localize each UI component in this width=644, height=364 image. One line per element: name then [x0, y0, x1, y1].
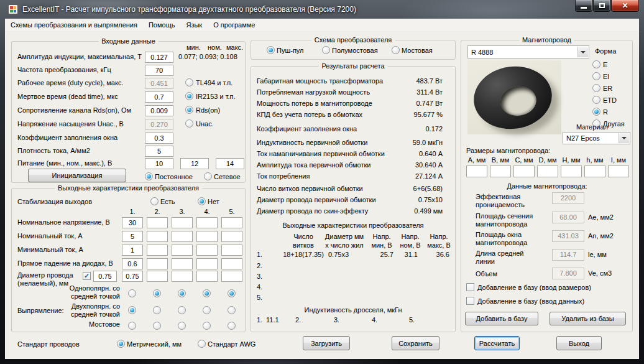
material-select[interactable]: N27 Epcos: [563, 132, 630, 144]
half-bridge-radio[interactable]: [322, 46, 330, 54]
diode-drop-1[interactable]: 0.6: [122, 258, 143, 269]
frequency-field[interactable]: 70: [145, 65, 173, 76]
current-density-field[interactable]: 5: [145, 146, 173, 157]
diode-drop-2[interactable]: [147, 258, 168, 269]
nominal-current-1[interactable]: 5: [122, 231, 143, 242]
nominal-voltage-2[interactable]: [147, 217, 168, 228]
minimize-button[interactable]: [575, 0, 592, 12]
dim-field-b[interactable]: [490, 166, 511, 177]
minimal-current-4[interactable]: [196, 245, 218, 256]
ir2153-radio[interactable]: [185, 92, 193, 100]
nominal-current-3[interactable]: [172, 231, 193, 242]
minimal-current-5[interactable]: [221, 245, 242, 256]
minimal-current-1[interactable]: 1: [122, 245, 143, 256]
result-value-9: 6+6(5.68): [348, 185, 443, 193]
rectifier-radio-r2c4[interactable]: [203, 306, 211, 314]
core-select[interactable]: R 4888: [467, 45, 589, 58]
dim-field-i[interactable]: [608, 166, 629, 177]
nominal-current-2[interactable]: [147, 231, 168, 242]
exit-button[interactable]: Выход: [556, 336, 602, 350]
nominal-current-4[interactable]: [196, 231, 218, 242]
rectifier-radio-r3c3[interactable]: [178, 322, 186, 330]
dead-time-field[interactable]: 0.7: [145, 91, 173, 103]
rect-row1-label-2: средней точкой: [62, 292, 120, 301]
wire-diameter-checkbox[interactable]: [83, 272, 91, 280]
db-add-sizes-checkbox[interactable]: [466, 283, 474, 291]
calculate-button[interactable]: Рассчитать: [474, 336, 520, 350]
nominal-voltage-4[interactable]: [196, 217, 218, 228]
rectifier-radio-r2c1[interactable]: [128, 306, 136, 314]
rds-on-field[interactable]: 0.009: [145, 105, 173, 116]
remove-from-db-button[interactable]: Удалить из базы: [550, 312, 626, 325]
wire-diameter-4[interactable]: [196, 271, 218, 282]
bridge-radio[interactable]: [392, 46, 400, 54]
rectifier-radio-r2c3[interactable]: [178, 306, 186, 314]
stab-no-radio[interactable]: [198, 197, 206, 205]
save-button[interactable]: Сохранить: [392, 336, 439, 350]
supply-max-field[interactable]: 14: [216, 158, 244, 169]
rectifier-radio-r1c5[interactable]: [228, 289, 236, 297]
diode-drop-4[interactable]: [196, 258, 218, 269]
shape-ei-radio[interactable]: [592, 72, 600, 80]
wire-diameter-3[interactable]: [172, 271, 193, 282]
wire-diameter-2[interactable]: [147, 271, 168, 282]
init-button[interactable]: Инициализация: [28, 169, 126, 182]
rectifier-radio-r3c2[interactable]: [153, 322, 161, 330]
amplitude-field[interactable]: 0.127: [145, 52, 173, 63]
menu-about[interactable]: О программе: [208, 19, 260, 32]
stab-yes-radio[interactable]: [150, 197, 159, 205]
shape-er-radio[interactable]: [592, 84, 600, 92]
core-data-label: Данные магнитопровода:: [472, 182, 622, 190]
supply-nom-field[interactable]: 12: [180, 158, 209, 169]
nominal-voltage-3[interactable]: [172, 217, 193, 228]
nominal-current-5[interactable]: [221, 231, 242, 242]
power-dc-radio[interactable]: [145, 172, 153, 180]
nominal-voltage-1[interactable]: 30: [122, 217, 143, 228]
add-to-db-button[interactable]: Добавить в базу: [465, 312, 538, 325]
tl494-radio[interactable]: [185, 78, 193, 86]
shape-e-radio[interactable]: [592, 60, 600, 68]
rds-on-radio[interactable]: [185, 106, 193, 114]
menu-schemes[interactable]: Схемы преобразования и выпрямления: [5, 19, 143, 32]
supply-min-field[interactable]: 10: [145, 158, 173, 169]
rectifier-radio-r1c1[interactable]: [128, 289, 136, 297]
menu-help[interactable]: Помощь: [143, 19, 181, 32]
rectifier-radio-r3c4[interactable]: [203, 322, 211, 330]
dim-field-d[interactable]: [537, 166, 558, 177]
dim-field-c[interactable]: [513, 166, 535, 177]
wire-desired-field[interactable]: 0.75: [93, 271, 117, 282]
dim-field-a[interactable]: [466, 166, 487, 177]
rectifier-radio-r3c1[interactable]: [128, 322, 136, 330]
fill-factor-field[interactable]: 0.3: [145, 133, 173, 144]
close-button[interactable]: ✕: [611, 0, 639, 12]
minimal-current-2[interactable]: [147, 245, 168, 256]
diode-drop-5[interactable]: [221, 258, 242, 269]
dim-header-b: В, мм: [489, 156, 512, 164]
rectifier-radio-r1c4[interactable]: [203, 289, 211, 297]
diode-drop-3[interactable]: [172, 258, 193, 269]
wire-diameter-1[interactable]: 0.75: [122, 271, 143, 282]
rectifier-radio-r2c5[interactable]: [228, 306, 236, 314]
minimal-current-3[interactable]: [172, 245, 193, 256]
push-pull-radio[interactable]: [267, 46, 275, 54]
nominal-voltage-5[interactable]: [221, 217, 242, 228]
shape-r-radio[interactable]: [592, 108, 600, 116]
rectifier-radio-r1c3[interactable]: [178, 289, 186, 297]
rectifier-radio-r2c2[interactable]: [153, 306, 161, 314]
power-ac-radio[interactable]: [204, 172, 212, 180]
db-add-data-checkbox[interactable]: [466, 297, 474, 305]
usat-radio[interactable]: [185, 119, 193, 128]
load-button[interactable]: Загрузить: [303, 336, 350, 350]
rectifier-radio-r1c2[interactable]: [153, 289, 161, 297]
rectifier-radio-r3c5[interactable]: [228, 322, 236, 330]
dim-field-h2[interactable]: [584, 166, 605, 177]
wire-diameter-5[interactable]: [221, 271, 242, 282]
awg-radio[interactable]: [198, 340, 206, 348]
metric-radio[interactable]: [117, 340, 125, 348]
inductor-item-4-num: 4.: [372, 316, 377, 324]
dim-field-h[interactable]: [561, 166, 582, 177]
app-window: ExcellentIT - Расчет импульсного трансфо…: [0, 0, 644, 364]
menu-language[interactable]: Язык: [180, 19, 208, 32]
maximize-button[interactable]: [593, 0, 610, 12]
shape-etd-radio[interactable]: [592, 96, 600, 104]
